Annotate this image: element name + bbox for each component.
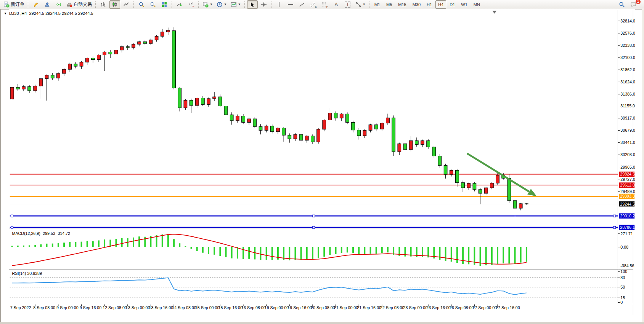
candle bbox=[450, 170, 453, 174]
date-tick-label: 13 Sep 00:00 bbox=[126, 305, 150, 310]
candle bbox=[242, 116, 245, 123]
tab-timeframe-H4[interactable]: H4 bbox=[435, 0, 446, 9]
tab-timeframe-M1[interactable]: M1 bbox=[372, 0, 383, 9]
main-toolbar: 新订单 自动交易 ▼ ▼ bbox=[0, 0, 644, 9]
arrows-dropdown[interactable]: ▼ bbox=[354, 0, 367, 9]
new-chart-dropdown[interactable]: ▼ bbox=[201, 0, 214, 9]
tab-timeframe-MN[interactable]: MN bbox=[471, 0, 483, 9]
tab-timeframe-M30[interactable]: M30 bbox=[410, 0, 423, 9]
chart-line-button[interactable] bbox=[121, 0, 132, 9]
tab-timeframe-H1[interactable]: H1 bbox=[424, 0, 435, 9]
line-handle[interactable] bbox=[613, 226, 616, 228]
price-tick-label: 29727.0 bbox=[620, 177, 635, 182]
tile-windows-icon bbox=[161, 2, 167, 8]
new-order-button[interactable]: 新订单 bbox=[2, 0, 26, 9]
auto-scroll-button[interactable] bbox=[174, 0, 185, 9]
window-right-scrollbar[interactable] bbox=[642, 9, 644, 324]
macd-tick-label: -384.56 bbox=[620, 263, 634, 268]
price-tick-label: 31386.0 bbox=[620, 92, 635, 96]
price-tick-label: 31155.0 bbox=[620, 104, 635, 108]
price-tick-label: 32576.0 bbox=[620, 31, 635, 35]
line-price-label: 28786.1 bbox=[620, 225, 635, 230]
auto-trading-label: 自动交易 bbox=[74, 1, 92, 8]
signals-button[interactable] bbox=[53, 0, 64, 9]
auto-trading-button[interactable]: 自动交易 bbox=[65, 0, 93, 9]
line-price-label: 29612.0 bbox=[620, 183, 635, 187]
zoom-in-button[interactable] bbox=[136, 0, 147, 9]
candle bbox=[85, 58, 89, 62]
candle bbox=[288, 135, 291, 139]
zoom-out-button[interactable] bbox=[148, 0, 158, 9]
macd-tick-label: 271.71 bbox=[620, 231, 633, 236]
toolbar-separator bbox=[172, 1, 172, 8]
candle bbox=[132, 44, 135, 48]
line-handle[interactable] bbox=[613, 215, 616, 217]
candle bbox=[230, 115, 233, 120]
date-tick-label: 20 Sep 08:00 bbox=[311, 305, 335, 310]
price-tick-label: 29965.0 bbox=[620, 165, 635, 169]
line-handle[interactable] bbox=[11, 215, 13, 217]
rsi-tick-label: 50 bbox=[620, 285, 625, 289]
tab-timeframe-D1[interactable]: D1 bbox=[447, 0, 458, 9]
candle bbox=[74, 64, 77, 66]
candle bbox=[259, 126, 262, 130]
time-axis[interactable]: 7 Sep 20228 Sep 08:009 Sep 00:009 Sep 16… bbox=[10, 304, 520, 310]
line-handle[interactable] bbox=[313, 226, 315, 228]
vertical-line-button[interactable] bbox=[274, 0, 284, 9]
candle bbox=[507, 178, 511, 201]
notifications-button[interactable]: 1 bbox=[628, 0, 639, 9]
candle bbox=[253, 119, 257, 126]
candle bbox=[363, 130, 366, 136]
line-handle[interactable] bbox=[11, 226, 13, 228]
collapse-triangle-icon[interactable]: ▼ bbox=[4, 12, 7, 15]
text-button[interactable]: A bbox=[331, 0, 342, 9]
rsi-tick-label: 15 bbox=[620, 295, 625, 300]
crosshair-button[interactable] bbox=[259, 0, 269, 9]
label-button[interactable]: T bbox=[342, 0, 353, 9]
tab-timeframe-W1[interactable]: W1 bbox=[458, 0, 470, 9]
toolbar-separator bbox=[133, 1, 134, 8]
candle bbox=[207, 99, 210, 104]
chart-shift-button[interactable] bbox=[186, 0, 196, 9]
zoom-out-icon bbox=[150, 2, 156, 8]
channel-glyph: E bbox=[315, 5, 317, 8]
candle bbox=[56, 73, 60, 78]
candle bbox=[109, 52, 112, 54]
line-price-label: 29393.3 bbox=[620, 194, 635, 198]
candle bbox=[97, 55, 101, 59]
candle bbox=[427, 140, 430, 147]
channel-button[interactable]: E bbox=[308, 0, 319, 9]
tile-windows-button[interactable] bbox=[159, 0, 170, 9]
line-handle[interactable] bbox=[313, 215, 315, 217]
label-tool-glyph: T bbox=[345, 2, 350, 8]
tab-timeframe-M5[interactable]: M5 bbox=[384, 0, 395, 9]
candle bbox=[270, 126, 274, 132]
cursor-button[interactable] bbox=[247, 0, 258, 9]
candle bbox=[103, 52, 106, 55]
tab-timeframe-M15[interactable]: M15 bbox=[395, 0, 409, 9]
new-chart-icon bbox=[202, 2, 209, 8]
rsi-tick-label: 0 bbox=[620, 300, 623, 305]
candle bbox=[184, 101, 187, 108]
date-tick-label: 21 Sep 16:00 bbox=[357, 305, 381, 310]
auto-trading-icon bbox=[66, 2, 72, 8]
styler-button[interactable] bbox=[31, 0, 41, 9]
chart-bars-button[interactable] bbox=[98, 0, 109, 9]
candle bbox=[91, 58, 95, 60]
periods-dropdown[interactable]: ▼ bbox=[215, 0, 228, 9]
community-button[interactable] bbox=[42, 0, 53, 9]
chart-candles-button[interactable] bbox=[109, 0, 120, 9]
candle bbox=[369, 125, 372, 131]
fibonacci-button[interactable]: F bbox=[320, 0, 330, 9]
horizontal-line-button[interactable] bbox=[285, 0, 296, 9]
price-tick-label: 30917.0 bbox=[620, 116, 635, 120]
toolbar-separator bbox=[198, 1, 199, 8]
chart-canvas[interactable]: 32814.032576.032338.032100.031862.031624… bbox=[0, 9, 644, 324]
candle bbox=[126, 46, 129, 48]
templates-dropdown[interactable]: ▼ bbox=[229, 0, 243, 9]
search-button[interactable] bbox=[617, 0, 627, 9]
rsi-label: RSI(14) 30.9389 bbox=[12, 271, 42, 276]
candle bbox=[247, 119, 251, 122]
trendline-button[interactable] bbox=[297, 0, 307, 9]
price-axis[interactable]: 32814.032576.032338.032100.031862.031624… bbox=[618, 19, 635, 194]
